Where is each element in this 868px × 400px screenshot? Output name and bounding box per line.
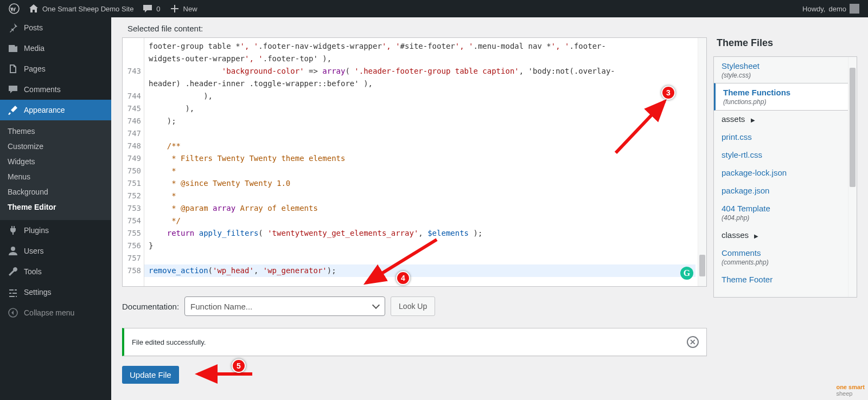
sidebar-item-comments[interactable]: Comments [0, 79, 111, 100]
avatar [850, 4, 859, 14]
sidebar-item-settings[interactable]: Settings [0, 282, 111, 302]
sidebar-item-label: Comments [24, 85, 105, 94]
dismiss-notice-button[interactable]: ✕ [687, 336, 699, 348]
documentation-select[interactable]: Function Name... [184, 296, 385, 316]
documentation-row: Documentation: Function Name... Look Up [122, 287, 707, 320]
theme-files-list: Stylesheet(style.css)Theme Functions(fun… [713, 56, 857, 298]
svg-point-0 [9, 4, 19, 14]
svg-point-1 [11, 247, 15, 251]
sidebar-item-label: Tools [24, 267, 105, 276]
grammarly-badge[interactable]: G [680, 267, 693, 280]
file-item-assets[interactable]: assets ▶ [714, 110, 857, 128]
sidebar-item-collapse[interactable]: Collapse menu [0, 302, 111, 323]
selected-file-heading: Selected file content: [122, 17, 857, 37]
main-area: Selected file content: 743 7447457467477… [111, 17, 868, 400]
sliders-icon [8, 287, 18, 298]
howdy-prefix: Howdy, [802, 5, 825, 13]
comment-icon [8, 84, 18, 95]
sidebar-item-label: Plugins [24, 226, 105, 235]
home-icon [28, 3, 39, 14]
wp-logo[interactable] [4, 0, 24, 17]
file-item-style-rtl-css[interactable]: style-rtl.css [714, 146, 857, 164]
sidebar-item-label: Pages [24, 64, 105, 73]
file-item-package-lock-json[interactable]: package-lock.json [714, 164, 857, 182]
sidebar-item-tools[interactable]: Tools [0, 261, 111, 282]
site-home[interactable]: One Smart Sheep Demo Site [24, 0, 138, 17]
file-item-404-template[interactable]: 404 Template(404.php) [714, 199, 857, 226]
file-item-theme-functions[interactable]: Theme Functions(functions.php) [713, 83, 857, 111]
sidebar-item-label: Settings [24, 288, 105, 296]
sub-item-themes[interactable]: Themes [0, 124, 111, 139]
code-editor[interactable]: 743 744745746747748749750751752753754755… [122, 37, 707, 287]
comment-icon [142, 3, 153, 14]
file-item-theme-footer[interactable]: Theme Footer [714, 270, 857, 288]
sub-item-menus[interactable]: Menus [0, 169, 111, 184]
comments-count: 0 [156, 5, 160, 13]
update-file-button[interactable]: Update File [122, 366, 179, 384]
sidebar-item-pages[interactable]: Pages [0, 59, 111, 79]
wrench-icon [8, 266, 18, 277]
media-icon [8, 43, 18, 54]
pages-icon [8, 63, 18, 74]
sidebar-item-label: Users [24, 247, 105, 255]
sidebar-item-media[interactable]: Media [0, 38, 111, 59]
plus-icon [169, 3, 180, 14]
collapse-icon [8, 307, 18, 318]
annotation-badge-3: 3 [661, 86, 675, 100]
chevron-right-icon: ▶ [751, 117, 755, 123]
sub-item-customize[interactable]: Customize [0, 139, 111, 154]
sidebar-item-plugins[interactable]: Plugins [0, 220, 111, 241]
sub-item-widgets[interactable]: Widgets [0, 154, 111, 169]
sidebar-item-label: Appearance [24, 106, 105, 114]
file-item-classes[interactable]: classes ▶ [714, 226, 857, 244]
code-content[interactable]: footer-group table *', '.footer-nav-widg… [144, 38, 698, 286]
sidebar-item-label: Collapse menu [24, 308, 105, 317]
new-label: New [183, 5, 197, 13]
documentation-label: Documentation: [122, 302, 179, 311]
sidebar-item-posts[interactable]: Posts [0, 17, 111, 38]
theme-files-heading: Theme Files [713, 37, 857, 56]
sidebar-item-appearance[interactable]: Appearance [0, 100, 111, 120]
brush-icon [8, 105, 18, 115]
success-notice: File edited successfully. ✕ [122, 328, 707, 356]
editor-scrollbar[interactable] [698, 38, 706, 286]
new-content[interactable]: New [165, 0, 202, 17]
howdy-user: demo [828, 5, 846, 13]
sidebar-item-label: Posts [24, 23, 105, 32]
admin-sidebar: Posts Media Pages Comments Appearance Th… [0, 17, 111, 400]
howdy[interactable]: Howdy, demo [798, 0, 864, 17]
file-item-print-css[interactable]: print.css [714, 128, 857, 146]
watermark: one smartsheep [836, 384, 865, 397]
comments-bubble[interactable]: 0 [138, 0, 164, 17]
chevron-right-icon: ▶ [754, 233, 758, 239]
pin-icon [8, 22, 18, 33]
notice-text: File edited successfully. [132, 338, 206, 346]
admin-bar: One Smart Sheep Demo Site 0 New Howdy, d… [0, 0, 868, 17]
sub-item-theme-editor[interactable]: Theme Editor [0, 199, 111, 215]
sidebar-item-label: Media [24, 44, 105, 53]
annotation-badge-5: 5 [232, 359, 246, 373]
sub-item-background[interactable]: Background [0, 184, 111, 199]
appearance-submenu: Themes Customize Widgets Menus Backgroun… [0, 120, 111, 220]
line-gutter: 743 744745746747748749750751752753754755… [123, 38, 144, 286]
wordpress-icon [9, 3, 20, 14]
plug-icon [8, 225, 18, 236]
site-name: One Smart Sheep Demo Site [42, 5, 133, 13]
file-item-package-json[interactable]: package.json [714, 182, 857, 199]
file-item-comments[interactable]: Comments(comments.php) [714, 244, 857, 270]
sidebar-item-users[interactable]: Users [0, 241, 111, 261]
user-icon [8, 246, 18, 256]
lookup-button[interactable]: Look Up [391, 296, 435, 316]
files-scrollbar[interactable] [848, 57, 857, 297]
file-item-stylesheet[interactable]: Stylesheet(style.css) [714, 57, 857, 83]
annotation-badge-4: 4 [396, 271, 410, 285]
